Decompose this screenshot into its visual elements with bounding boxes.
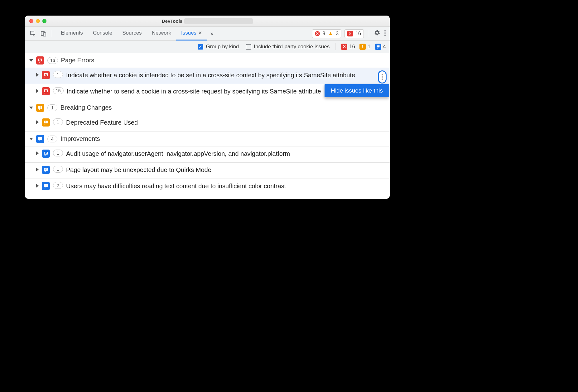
info-bubble-icon xyxy=(42,150,50,158)
issue-row[interactable]: 1 Indicate whether a cookie is intended … xyxy=(25,68,390,84)
issue-row[interactable]: 1 Page layout may be unexpected due to Q… xyxy=(25,163,390,179)
window-close-button[interactable] xyxy=(29,19,33,23)
issue-count: 16 xyxy=(355,31,361,36)
chevron-right-icon xyxy=(36,73,39,77)
toolbar-separator xyxy=(369,30,369,37)
info-issue-count[interactable]: 4 xyxy=(375,44,386,50)
include-third-party-label: Include third-party cookie issues xyxy=(254,44,330,50)
svg-rect-26 xyxy=(45,185,47,185)
issue-title: Audit usage of navigator.userAgent, navi… xyxy=(66,150,299,158)
settings-icon[interactable] xyxy=(374,30,380,37)
info-bubble-icon xyxy=(42,182,50,190)
error-bubble-icon xyxy=(36,56,44,65)
chevron-right-icon xyxy=(36,184,39,188)
subbar-separator xyxy=(335,43,335,50)
issues-list: 16 Page Errors 1 Indicate whether a cook… xyxy=(25,53,390,195)
svg-rect-14 xyxy=(46,121,46,122)
issue-count-pill: 2 xyxy=(53,182,63,189)
inspect-element-icon[interactable] xyxy=(29,29,37,38)
issue-group-title: Improvements xyxy=(60,135,100,142)
issue-count-pill: 1 xyxy=(53,71,63,78)
chevron-right-icon xyxy=(36,120,39,124)
error-square-icon: ✕ xyxy=(341,44,347,50)
chevron-down-icon xyxy=(29,138,33,140)
issue-group-header[interactable]: 4 Improvements xyxy=(25,131,390,146)
svg-rect-11 xyxy=(40,106,41,108)
svg-point-4 xyxy=(384,32,386,34)
close-tab-icon[interactable]: ✕ xyxy=(198,30,202,36)
svg-rect-27 xyxy=(45,186,46,186)
issues-counter[interactable]: ✕ 16 xyxy=(344,29,364,38)
more-tabs-icon[interactable]: » xyxy=(207,30,217,37)
issue-row-menu-icon[interactable] xyxy=(378,70,387,84)
devtools-window: DevTools Elements Console Sources Networ… xyxy=(25,16,390,199)
error-bubble-icon xyxy=(42,71,50,79)
issue-group-title: Breaking Changes xyxy=(60,104,112,111)
chevron-right-icon xyxy=(36,151,39,155)
tab-elements[interactable]: Elements xyxy=(56,27,88,41)
issue-title: Deprecated Feature Used xyxy=(66,118,147,127)
issue-count-pill: 1 xyxy=(53,150,63,156)
svg-point-3 xyxy=(384,30,386,31)
error-issue-count[interactable]: ✕ 16 xyxy=(341,44,355,50)
group-by-kind-checkbox[interactable]: ✓ Group by kind xyxy=(198,44,239,50)
issue-row[interactable]: 15 Indicate whether to send a cookie in … xyxy=(25,84,390,100)
tab-console[interactable]: Console xyxy=(88,27,117,41)
toolbar-menu-icon[interactable] xyxy=(383,30,387,37)
chevron-down-icon xyxy=(29,107,33,109)
error-bubble-icon xyxy=(42,87,50,95)
warning-bubble-icon xyxy=(36,104,44,112)
svg-rect-6 xyxy=(377,45,379,47)
svg-rect-15 xyxy=(46,123,46,123)
issue-title: Page layout may be unexpected due to Qui… xyxy=(66,166,221,174)
issues-subtoolbar: ✓ Group by kind Include third-party cook… xyxy=(25,41,390,53)
chevron-right-icon xyxy=(36,168,39,171)
svg-rect-16 xyxy=(38,137,42,140)
issue-row[interactable]: 1 Audit usage of navigator.userAgent, na… xyxy=(25,146,390,163)
tab-network[interactable]: Network xyxy=(147,27,176,41)
svg-rect-20 xyxy=(45,152,47,153)
issue-group-header[interactable]: 16 Page Errors xyxy=(25,53,390,68)
issue-group-title: Page Errors xyxy=(61,57,94,64)
chevron-right-icon xyxy=(36,89,39,93)
bottom-padding xyxy=(25,195,390,199)
issue-row[interactable]: 1 Deprecated Feature Used xyxy=(25,115,390,131)
issue-group-header[interactable]: 1 Breaking Changes xyxy=(25,100,390,115)
issue-title: Users may have difficulties reading text… xyxy=(66,182,295,190)
tab-sources[interactable]: Sources xyxy=(117,27,147,41)
svg-rect-23 xyxy=(45,169,47,169)
issue-row[interactable]: 2 Users may have difficulties reading te… xyxy=(25,179,390,195)
svg-rect-24 xyxy=(45,170,46,170)
svg-rect-2 xyxy=(43,33,46,36)
toolbar-separator xyxy=(52,30,52,37)
window-url-pill xyxy=(184,18,253,24)
chevron-down-icon xyxy=(29,59,33,62)
info-bubble-icon xyxy=(42,166,50,174)
svg-rect-21 xyxy=(45,153,46,154)
tab-issues[interactable]: Issues ✕ xyxy=(176,27,207,41)
include-third-party-checkbox[interactable]: Include third-party cookie issues xyxy=(246,44,330,50)
warning-square-icon: ! xyxy=(359,44,366,50)
issue-group-count: 16 xyxy=(47,57,58,64)
device-toolbar-icon[interactable] xyxy=(39,29,48,38)
warning-icon: ▲ xyxy=(328,31,333,36)
checkbox-unchecked-icon xyxy=(246,44,251,50)
issue-count-pill: 1 xyxy=(53,118,63,125)
issue-group-count: 1 xyxy=(47,104,57,111)
svg-rect-22 xyxy=(44,168,48,171)
warning-count: 3 xyxy=(336,31,339,36)
console-counter[interactable]: ✕ 9 ▲ 3 xyxy=(312,29,341,38)
issue-group-count: 4 xyxy=(47,136,57,142)
issue-error-icon: ✕ xyxy=(347,31,353,36)
window-title: DevTools xyxy=(162,18,182,24)
group-by-kind-label: Group by kind xyxy=(206,44,239,50)
devtools-tabs: Elements Console Sources Network Issues … xyxy=(56,27,217,41)
warning-issue-count[interactable]: ! 1 xyxy=(359,44,370,50)
issue-title: Indicate whether to send a cookie in a c… xyxy=(67,87,330,96)
svg-rect-25 xyxy=(44,184,48,187)
window-minimize-button[interactable] xyxy=(36,19,40,23)
svg-point-5 xyxy=(384,35,386,36)
window-zoom-button[interactable] xyxy=(42,19,46,23)
checkbox-checked-icon: ✓ xyxy=(198,44,203,50)
svg-rect-17 xyxy=(39,138,41,138)
